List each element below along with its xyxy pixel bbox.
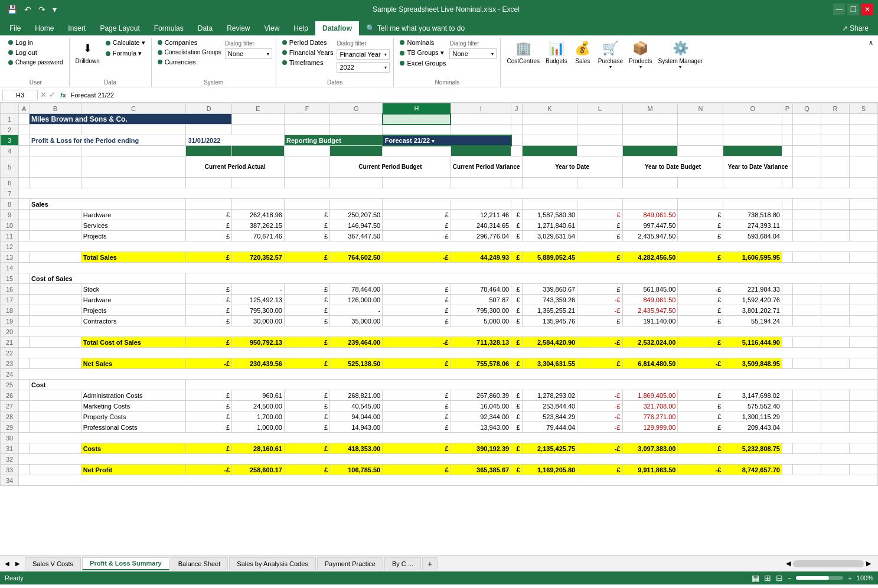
cell-c9[interactable]: Hardware bbox=[81, 210, 186, 220]
col-header-r[interactable]: R bbox=[821, 103, 849, 114]
customize-icon[interactable]: ▾ bbox=[50, 4, 59, 15]
cell-i26[interactable]: 267,860.39 bbox=[451, 390, 511, 401]
cell-q1[interactable] bbox=[792, 114, 821, 125]
cell-h4[interactable] bbox=[383, 146, 451, 156]
col-header-e[interactable]: E bbox=[232, 103, 285, 114]
cell-j27[interactable]: £ bbox=[511, 401, 522, 411]
cell-k8[interactable] bbox=[522, 199, 577, 210]
log-in-btn[interactable]: Log in bbox=[6, 38, 66, 47]
cell-j2[interactable] bbox=[511, 125, 522, 135]
cell-d2[interactable] bbox=[186, 125, 232, 135]
cell-a22[interactable] bbox=[19, 348, 878, 358]
cell-k1[interactable] bbox=[522, 114, 577, 125]
cell-g29[interactable]: 14,943.00 bbox=[330, 422, 383, 433]
cell-g5[interactable]: Current Period Budget bbox=[330, 156, 451, 178]
cell-o28[interactable]: 1,300,115.29 bbox=[723, 411, 782, 422]
tab-file[interactable]: File bbox=[2, 21, 28, 35]
restore-btn[interactable]: ❐ bbox=[847, 4, 859, 15]
cell-o29[interactable]: 209,443.04 bbox=[723, 422, 782, 433]
cell-l19[interactable]: £ bbox=[577, 316, 622, 326]
cell-e6[interactable] bbox=[232, 178, 285, 188]
sheet-tab-sales-analysis[interactable]: Sales by Analysis Codes bbox=[229, 557, 315, 570]
cell-j13[interactable]: £ bbox=[511, 252, 522, 263]
cell-i6[interactable] bbox=[451, 178, 511, 188]
cell-m4[interactable] bbox=[622, 146, 678, 156]
cell-a18[interactable] bbox=[19, 305, 30, 316]
cell-s13[interactable] bbox=[849, 252, 877, 263]
cell-n28[interactable]: £ bbox=[678, 411, 723, 422]
cell-i11[interactable]: 296,776.04 bbox=[451, 231, 511, 241]
cell-o3[interactable] bbox=[723, 135, 782, 146]
cell-a5[interactable] bbox=[19, 156, 30, 178]
cell-b26[interactable] bbox=[30, 390, 81, 401]
products-btn[interactable]: 📦 Products ▾ bbox=[626, 38, 654, 71]
cell-j3[interactable] bbox=[511, 135, 522, 146]
cell-o19[interactable]: 55,194.24 bbox=[723, 316, 782, 326]
cell-q11[interactable] bbox=[792, 231, 821, 241]
cell-d33[interactable]: -£ bbox=[186, 465, 232, 475]
cell-j8[interactable] bbox=[511, 199, 522, 210]
cell-r19[interactable] bbox=[821, 316, 849, 326]
cell-s26[interactable] bbox=[849, 390, 877, 401]
tb-groups-btn[interactable]: TB Groups ▾ bbox=[397, 48, 448, 58]
cell-r16[interactable] bbox=[821, 284, 849, 295]
cell-n29[interactable]: £ bbox=[678, 422, 723, 433]
cell-j26[interactable]: £ bbox=[511, 390, 522, 401]
cell-a6[interactable] bbox=[19, 178, 30, 188]
cell-i29[interactable]: 13,943.00 bbox=[451, 422, 511, 433]
cell-e33[interactable]: 258,600.17 bbox=[232, 465, 285, 475]
col-header-n[interactable]: N bbox=[678, 103, 723, 114]
financial-years-btn[interactable]: Financial Years bbox=[280, 48, 336, 57]
cell-o26[interactable]: 3,147,698.02 bbox=[723, 390, 782, 401]
costcentres-btn[interactable]: 🏢 CostCentres bbox=[504, 38, 542, 66]
financial-year-select[interactable]: Financial Year ▾ bbox=[337, 49, 390, 60]
cell-p27[interactable] bbox=[782, 401, 792, 411]
cell-p4[interactable] bbox=[782, 146, 792, 156]
cell-j17[interactable]: £ bbox=[511, 295, 522, 305]
cell-a14[interactable] bbox=[19, 263, 878, 273]
cell-j19[interactable]: £ bbox=[511, 316, 522, 326]
cell-g21[interactable]: 239,464.00 bbox=[330, 337, 383, 348]
cell-j33[interactable]: £ bbox=[511, 465, 522, 475]
cell-m29[interactable]: 129,999.00 bbox=[622, 422, 678, 433]
cell-p18[interactable] bbox=[782, 305, 792, 316]
change-password-btn[interactable]: Change password bbox=[6, 58, 66, 67]
confirm-formula-icon[interactable]: ✓ bbox=[49, 90, 56, 99]
cell-j31[interactable]: £ bbox=[511, 443, 522, 454]
cell-j16[interactable]: £ bbox=[511, 284, 522, 295]
cell-r3[interactable] bbox=[821, 135, 849, 146]
zoom-slider[interactable] bbox=[796, 576, 843, 580]
cell-k4[interactable] bbox=[522, 146, 577, 156]
cell-d16[interactable]: £ bbox=[186, 284, 232, 295]
cell-q31[interactable] bbox=[792, 443, 821, 454]
cell-p31[interactable] bbox=[782, 443, 792, 454]
cell-r31[interactable] bbox=[821, 443, 849, 454]
cell-q2[interactable] bbox=[792, 125, 821, 135]
view-page-layout-icon[interactable]: ⊞ bbox=[764, 573, 771, 583]
cell-p26[interactable] bbox=[782, 390, 792, 401]
cell-a17[interactable] bbox=[19, 295, 30, 305]
cell-o16[interactable]: 221,984.33 bbox=[723, 284, 782, 295]
cell-s1[interactable] bbox=[849, 114, 877, 125]
cell-f11[interactable]: £ bbox=[284, 231, 329, 241]
cell-q4[interactable] bbox=[792, 146, 821, 156]
cell-f5[interactable] bbox=[284, 156, 329, 178]
cell-a28[interactable] bbox=[19, 411, 30, 422]
cell-s16[interactable] bbox=[849, 284, 877, 295]
cell-b9[interactable] bbox=[30, 210, 81, 220]
formula-btn[interactable]: Formula ▾ bbox=[103, 48, 148, 58]
cell-r18[interactable] bbox=[821, 305, 849, 316]
cell-i28[interactable]: 92,344.00 bbox=[451, 411, 511, 422]
cell-b33[interactable] bbox=[30, 465, 81, 475]
calculate-btn[interactable]: Calculate ▾ bbox=[103, 38, 148, 48]
cell-m8[interactable] bbox=[622, 199, 678, 210]
cell-l26[interactable]: -£ bbox=[577, 390, 622, 401]
cell-p23[interactable] bbox=[782, 358, 792, 369]
nominals-filter-select[interactable]: None ▾ bbox=[449, 48, 497, 59]
cell-m17[interactable]: 849,061.50 bbox=[622, 295, 678, 305]
cell-b16[interactable] bbox=[30, 284, 81, 295]
cell-r2[interactable] bbox=[821, 125, 849, 135]
cell-q33[interactable] bbox=[792, 465, 821, 475]
cell-q29[interactable] bbox=[792, 422, 821, 433]
cell-o10[interactable]: 274,393.11 bbox=[723, 220, 782, 231]
